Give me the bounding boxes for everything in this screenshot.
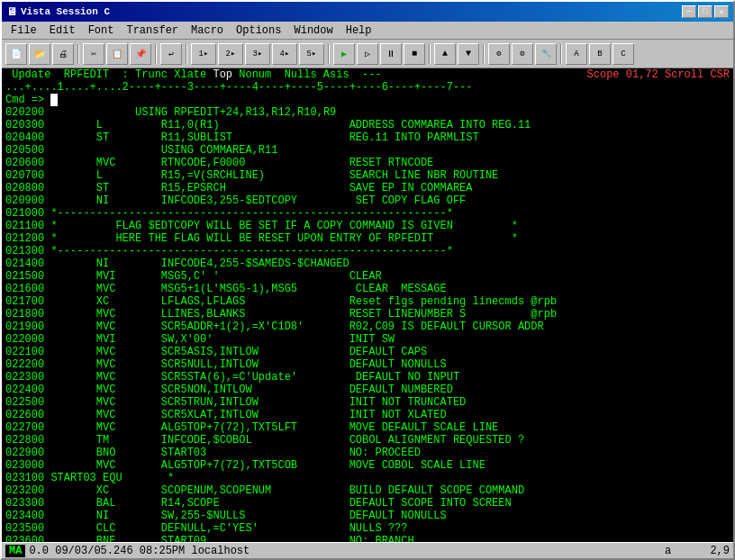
- status-position: 2,9: [710, 545, 730, 557]
- terminal-wrapper: Update RPFEDIT : Trunc Xlate Top Nonum N…: [2, 68, 733, 542]
- tool-copy[interactable]: 📋: [106, 43, 128, 65]
- menu-help[interactable]: Help: [340, 23, 377, 38]
- code-line-023200: 023200 XC SCOPENUM,SCOPENUM BUILD DEFAUL…: [2, 484, 733, 497]
- tool-down[interactable]: ▼: [458, 43, 479, 65]
- code-line-020700: 020700 L R15,=V(SRCHLINE) SEARCH LINE NB…: [2, 169, 733, 182]
- minimize-button[interactable]: ─: [682, 5, 696, 18]
- close-button[interactable]: ✕: [714, 5, 729, 18]
- code-line-023600: 023600 BNE START09 NO: BRANCH: [2, 535, 733, 542]
- status-left: Update RPFEDIT : Trunc Xlate Top Nonum N…: [5, 68, 382, 81]
- window: 🖥 Vista Session C ─ □ ✕ File Edit Font T…: [0, 0, 735, 560]
- code-line-020900: 020900 NI INFCODE3,255-$EDTCOPY SET COPY…: [2, 194, 733, 207]
- menu-macro[interactable]: Macro: [186, 23, 229, 38]
- toolbar-separator-2: [155, 44, 157, 64]
- status-bar-left: MA 0.0 09/03/05.246 08:25PM localhost: [5, 545, 250, 557]
- tool-f4[interactable]: 4▸: [272, 43, 297, 65]
- code-line-021800: 021800 MVC LLINES,BLANKS RESET LINENUMBE…: [2, 308, 733, 321]
- toolbar: 📄 📂 🖨 ✂ 📋 📌 ↩ 1▸ 2▸ 3▸ 4▸ 5▸ ▶ ▷ ⏸ ■ ▲ ▼…: [2, 40, 733, 68]
- tool-up[interactable]: ▲: [434, 43, 456, 65]
- mode-indicator: MA: [5, 545, 25, 557]
- tool-step[interactable]: ▷: [357, 43, 378, 65]
- status-right: Scope 01,72 Scroll CSR: [587, 68, 730, 81]
- toolbar-separator-3: [186, 44, 187, 64]
- tool-keyC[interactable]: C: [612, 43, 634, 65]
- code-line-022700: 022700 MVC ALG5TOP+7(72),TXT5LFT MOVE DE…: [2, 421, 733, 434]
- code-line-020400: 020400 ST R11,SUBLIST REG.11 INTO PARMLI…: [2, 131, 733, 144]
- status-info: 0.0 09/03/05.246 08:25PM localhost: [29, 545, 250, 557]
- code-line-022000: 022000 MVI SW,X'00' INIT SW: [2, 333, 733, 346]
- code-line-021100: 021100 * FLAG $EDTCOPY WILL BE SET IF A …: [2, 220, 733, 232]
- code-line-022400: 022400 MVC SCR5NON,INTLOW DEFAULT NUMBER…: [2, 384, 733, 396]
- tool-play[interactable]: ▶: [333, 43, 355, 65]
- tool-f3[interactable]: 3▸: [245, 43, 270, 65]
- tool-settings[interactable]: ⚙: [488, 43, 510, 65]
- window-icon: 🖥: [6, 5, 17, 19]
- menu-font[interactable]: Font: [83, 23, 120, 38]
- tool-config[interactable]: ⚙: [512, 43, 533, 65]
- code-line-023500: 023500 CLC DEFNULL,=C'YES' NULLS ???: [2, 522, 733, 535]
- tool-paste[interactable]: 📌: [130, 43, 151, 65]
- status-bar-right: a 2,9: [665, 545, 730, 557]
- code-line-022800: 022800 TM INFCODE,$COBOL COBOL ALIGNMENT…: [2, 434, 733, 447]
- code-line-021200: 021200 * HERE THE FLAG WILL BE RESET UPO…: [2, 232, 733, 245]
- code-line-022500: 022500 MVC SCR5TRUN,INTLOW INIT NOT TRUN…: [2, 396, 733, 409]
- tool-props[interactable]: 🔧: [535, 43, 557, 65]
- code-line-021400: 021400 NI INFCODE4,255-$SAMEDS-$CHANGED: [2, 257, 733, 270]
- tool-f5[interactable]: 5▸: [299, 43, 324, 65]
- tool-print[interactable]: 🖨: [52, 43, 74, 65]
- code-line-020600: 020600 MVC RTNCODE,F0000 RESET RTNCODE: [2, 157, 733, 169]
- menu-options[interactable]: Options: [231, 23, 286, 38]
- toolbar-separator-7: [560, 44, 562, 64]
- terminal-header: Update RPFEDIT : Trunc Xlate Top Nonum N…: [2, 68, 733, 81]
- toolbar-separator-4: [328, 44, 330, 64]
- tool-undo[interactable]: ↩: [160, 43, 182, 65]
- toolbar-separator-1: [77, 44, 79, 64]
- cmd-line[interactable]: Cmd =>: [2, 94, 733, 106]
- tool-keyB[interactable]: B: [589, 43, 611, 65]
- code-line-022600: 022600 MVC SCR5XLAT,INTLOW INIT NOT XLAT…: [2, 409, 733, 421]
- menu-window[interactable]: Window: [288, 23, 338, 38]
- toolbar-separator-6: [483, 44, 485, 64]
- status-mode: a: [665, 545, 671, 557]
- code-line-020200: 020200 USING RPFEDIT+24,R13,R12,R10,R9: [2, 106, 733, 119]
- tool-stop[interactable]: ■: [404, 43, 425, 65]
- code-line-023000: 023000 MVC ALG5TOP+7(72),TXT5COB MOVE CO…: [2, 459, 733, 472]
- code-line-020500: 020500 USING COMMAREA,R11: [2, 144, 733, 157]
- menu-file[interactable]: File: [5, 23, 42, 38]
- code-line-021600: 021600 MVC MSG5+1(L'MSG5-1),MSG5 CLEAR M…: [2, 283, 733, 295]
- status-bar: MA 0.0 09/03/05.246 08:25PM localhost a …: [2, 542, 733, 558]
- code-line-023300: 023300 BAL R14,SCOPE DEFAULT SCOPE INTO …: [2, 497, 733, 510]
- ruler-line: ...+....1....+....2----+----3----+----4-…: [2, 81, 733, 94]
- code-line-022300: 022300 MVC SCR5STA(6),=C'Update' DEFAULT…: [2, 371, 733, 384]
- toolbar-separator-5: [429, 44, 431, 64]
- tool-pause[interactable]: ⏸: [380, 43, 402, 65]
- code-line-022900: 022900 BNO START03 NO: PROCEED: [2, 447, 733, 459]
- code-line-020800: 020800 ST R15,EPSRCH SAVE EP IN COMMAREA: [2, 182, 733, 194]
- title-buttons: ─ □ ✕: [682, 5, 729, 18]
- code-line-023100: 023100 START03 EQU *: [2, 472, 733, 484]
- tool-keyA[interactable]: A: [566, 43, 587, 65]
- code-line-022100: 022100 MVC SCR5ASIS,INTLOW DEFAULT CAPS: [2, 346, 733, 358]
- tool-open[interactable]: 📂: [29, 43, 50, 65]
- title-bar: 🖥 Vista Session C ─ □ ✕: [2, 2, 733, 22]
- code-line-020300: 020300 L R11,0(R1) ADDRESS COMMAREA INTO…: [2, 119, 733, 131]
- code-line-021500: 021500 MVI MSG5,C' ' CLEAR: [2, 270, 733, 283]
- code-line-021300: 021300 *--------------------------------…: [2, 245, 733, 257]
- menu-edit[interactable]: Edit: [44, 23, 81, 38]
- code-line-021900: 021900 MVC SCR5ADDR+1(2),=X'C1D8' R02,C0…: [2, 321, 733, 333]
- code-line-021700: 021700 XC LFLAGS,LFLAGS Reset flgs pendi…: [2, 295, 733, 308]
- code-line-022200: 022200 MVC SCR5NULL,INTLOW DEFAULT NONUL…: [2, 358, 733, 371]
- tool-cut[interactable]: ✂: [83, 43, 104, 65]
- tool-new[interactable]: 📄: [5, 43, 27, 65]
- menu-transfer[interactable]: Transfer: [121, 23, 184, 38]
- menu-bar: File Edit Font Transfer Macro Options Wi…: [2, 22, 733, 40]
- code-line-023400: 023400 NI SW,255-$NULLS DEFAULT NONULLS: [2, 510, 733, 522]
- maximize-button[interactable]: □: [698, 5, 712, 18]
- window-title: Vista Session C: [21, 6, 110, 17]
- tool-f2[interactable]: 2▸: [218, 43, 243, 65]
- code-line-021000: 021000 *--------------------------------…: [2, 207, 733, 220]
- tool-f1[interactable]: 1▸: [191, 43, 216, 65]
